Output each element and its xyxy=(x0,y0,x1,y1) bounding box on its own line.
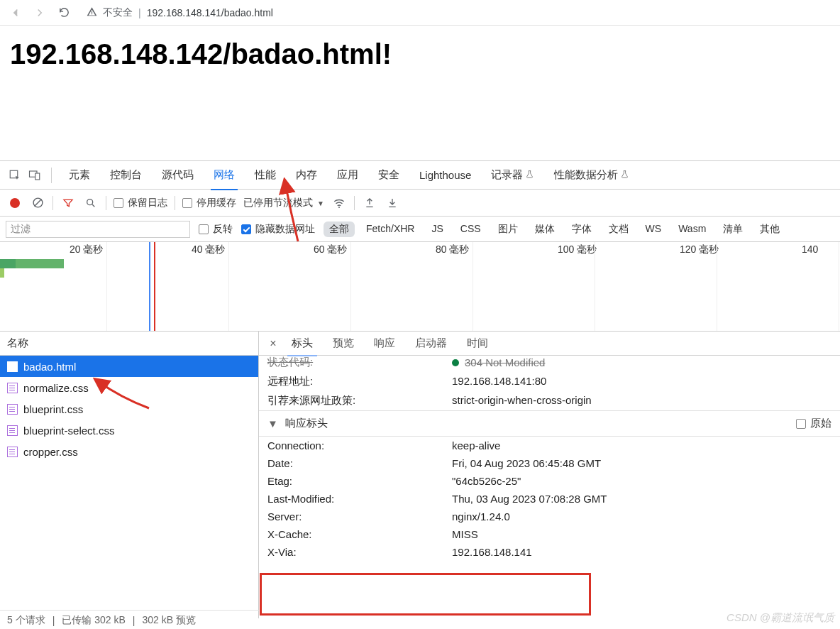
filter-type-pill[interactable]: 媒体 xyxy=(529,221,560,237)
filter-type-pill[interactable]: Wasm xyxy=(673,221,712,237)
timeline-marker-red xyxy=(154,242,155,331)
filter-type-pill[interactable]: CSS xyxy=(455,221,487,237)
response-header-row: Connection:keep-alive xyxy=(259,437,840,454)
insecure-icon xyxy=(87,6,97,19)
invert-checkbox[interactable]: 反转 xyxy=(199,223,233,236)
filter-type-pill[interactable]: Fetch/XHR xyxy=(360,221,420,237)
svg-rect-2 xyxy=(35,173,40,180)
request-row[interactable]: blueprint-select.css xyxy=(0,420,258,441)
raw-checkbox[interactable]: 原始 xyxy=(796,417,831,430)
request-row[interactable]: blueprint.css xyxy=(0,398,258,420)
detail-tab[interactable]: 预览 xyxy=(323,332,364,356)
timeline-label: 140 xyxy=(802,244,818,255)
response-header-row: Date:Fri, 04 Aug 2023 06:45:48 GMT xyxy=(259,454,840,472)
hide-data-urls-checkbox[interactable]: 隐藏数据网址 xyxy=(241,223,315,236)
timeline-bar xyxy=(0,268,4,278)
svg-point-7 xyxy=(338,207,340,208)
flask-icon xyxy=(620,169,629,181)
clear-button[interactable] xyxy=(30,195,45,211)
inspect-element-icon[interactable] xyxy=(6,166,24,185)
search-icon[interactable] xyxy=(83,195,99,211)
upload-icon[interactable] xyxy=(362,195,377,211)
status-resources: 302 kB 预览 xyxy=(142,614,195,627)
stylesheet-icon xyxy=(7,404,18,415)
referrer-policy-row: 引荐来源网址政策: strict-origin-when-cross-origi… xyxy=(259,391,840,410)
filter-type-pill[interactable]: WS xyxy=(640,221,668,237)
filter-input[interactable]: 过滤 xyxy=(6,221,190,238)
security-label: 不安全 xyxy=(103,6,133,19)
svg-line-4 xyxy=(34,199,41,207)
status-requests: 5 个请求 xyxy=(7,614,45,627)
close-icon[interactable]: × xyxy=(265,337,282,350)
filter-icon[interactable] xyxy=(60,195,76,211)
back-button[interactable] xyxy=(6,3,26,23)
download-icon[interactable] xyxy=(385,195,400,211)
timeline-label: 40 毫秒 xyxy=(192,244,225,256)
filter-type-pill[interactable]: 图片 xyxy=(492,221,524,237)
browser-toolbar: 不安全 | 192.168.148.141/badao.html xyxy=(0,0,840,26)
devtools-tab[interactable]: 控制台 xyxy=(100,161,152,190)
filter-bar: 过滤 反转 隐藏数据网址 全部Fetch/XHRJSCSS图片媒体字体文档WSW… xyxy=(0,217,840,242)
address-bar[interactable]: 不安全 | 192.168.148.141/badao.html xyxy=(78,2,834,23)
devtools-tab[interactable]: 性能 xyxy=(245,161,286,190)
svg-point-5 xyxy=(87,199,93,204)
response-header-row: X-Via:192.168.148.141 xyxy=(259,543,840,561)
timeline-label: 60 毫秒 xyxy=(314,244,347,256)
forward-button[interactable] xyxy=(30,3,50,23)
timeline-label: 100 毫秒 xyxy=(558,244,597,256)
filter-type-pill[interactable]: 文档 xyxy=(603,221,634,237)
devtools-tab[interactable]: 应用 xyxy=(327,161,368,190)
devtools-tabs: 元素控制台源代码网络性能内存应用安全Lighthouse记录器性能数据分析 xyxy=(0,161,840,190)
disable-cache-checkbox[interactable]: 停用缓存 xyxy=(182,197,236,209)
reload-button[interactable] xyxy=(54,3,74,23)
filter-type-pill[interactable]: 清单 xyxy=(717,221,748,237)
filter-type-pill[interactable]: JS xyxy=(426,221,448,237)
timeline-label: 80 毫秒 xyxy=(436,244,469,256)
timeline-label: 120 毫秒 xyxy=(680,244,719,256)
preserve-log-checkbox[interactable]: 保留日志 xyxy=(114,197,167,209)
filter-type-pill[interactable]: 全部 xyxy=(324,221,355,237)
network-toolbar: 保留日志 停用缓存 已停用节流模式 ▼ xyxy=(0,190,840,217)
filter-type-pill[interactable]: 字体 xyxy=(566,221,597,237)
wifi-icon[interactable] xyxy=(331,195,347,211)
response-header-row: Last-Modified:Thu, 03 Aug 2023 07:08:28 … xyxy=(259,490,840,508)
devtools-tab[interactable]: 元素 xyxy=(59,161,100,190)
status-transferred: 已传输 302 kB xyxy=(62,614,125,627)
detail-tab[interactable]: 响应 xyxy=(364,332,405,356)
request-list-pane: 名称 badao.htmlnormalize.cssblueprint.cssb… xyxy=(0,332,259,618)
detail-tabs: × 标头预览响应启动器时间 xyxy=(259,332,840,356)
chevron-down-icon: ▼ xyxy=(317,199,324,207)
device-toolbar-icon[interactable] xyxy=(26,166,44,185)
devtools-tab[interactable]: 内存 xyxy=(286,161,327,190)
status-code-row: 状态代码: 304 Not Modified xyxy=(259,356,840,372)
detail-tab[interactable]: 启动器 xyxy=(405,332,457,356)
page-heading: 192.168.148.142/badao.html! xyxy=(10,38,830,70)
devtools-tab[interactable]: 网络 xyxy=(204,161,245,190)
devtools-tab[interactable]: 记录器 xyxy=(481,161,544,190)
request-name: blueprint.css xyxy=(23,403,83,415)
response-header-row: Server:nginx/1.24.0 xyxy=(259,508,840,525)
triangle-down-icon: ▼ xyxy=(267,417,278,430)
checkbox-icon xyxy=(114,198,123,208)
throttle-dropdown[interactable]: 已停用节流模式 ▼ xyxy=(243,197,324,209)
record-button[interactable] xyxy=(7,195,23,211)
devtools-tab[interactable]: 源代码 xyxy=(152,161,204,190)
devtools-tab[interactable]: Lighthouse xyxy=(409,161,481,190)
request-row[interactable]: cropper.css xyxy=(0,441,258,462)
devtools-tab[interactable]: 安全 xyxy=(368,161,409,190)
document-icon xyxy=(7,361,18,372)
detail-tab[interactable]: 标头 xyxy=(282,332,323,356)
stylesheet-icon xyxy=(7,383,18,393)
request-row[interactable]: badao.html xyxy=(0,356,258,377)
flask-icon xyxy=(525,169,534,181)
filter-type-pill[interactable]: 其他 xyxy=(754,221,785,237)
timeline-overview[interactable]: 20 毫秒40 毫秒60 毫秒80 毫秒100 毫秒120 毫秒140 xyxy=(0,242,840,332)
response-headers-section[interactable]: ▼ 响应标头 原始 xyxy=(259,410,840,437)
devtools-tab[interactable]: 性能数据分析 xyxy=(544,161,639,190)
url-separator: | xyxy=(138,7,141,18)
detail-tab[interactable]: 时间 xyxy=(457,332,498,356)
request-row[interactable]: normalize.css xyxy=(0,377,258,398)
response-header-row: X-Cache:MISS xyxy=(259,525,840,543)
request-name: badao.html xyxy=(23,361,76,373)
column-header-name[interactable]: 名称 xyxy=(0,332,258,356)
